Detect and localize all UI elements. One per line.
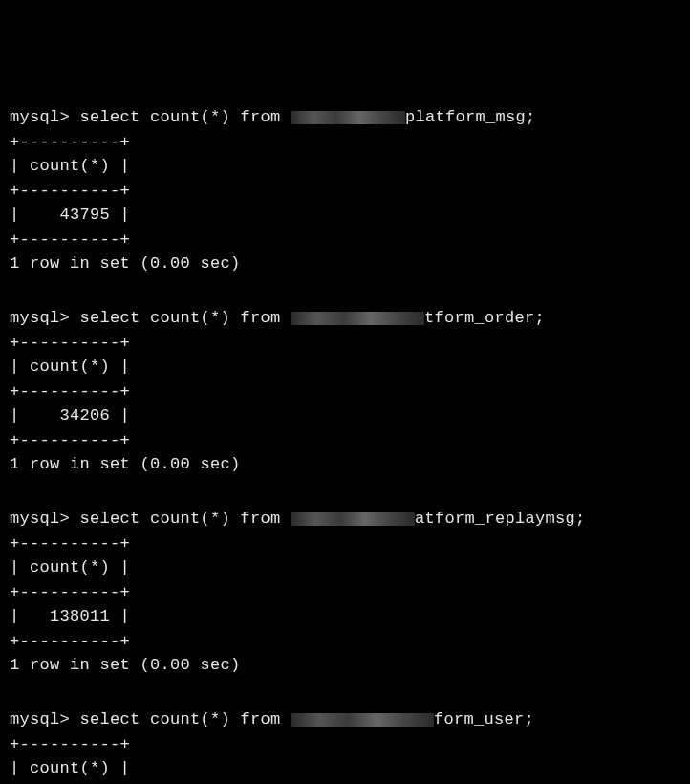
query-block: mysql> select count(*) from form_user;+-… (10, 708, 680, 784)
table-border: +----------+ (10, 781, 680, 785)
sql-text: select count(*) from (80, 710, 291, 729)
blank-line (10, 477, 680, 502)
table-border: +----------+ (10, 331, 680, 356)
table-header: | count(*) | (10, 756, 680, 781)
table-value: | 138011 | (10, 604, 680, 629)
mysql-prompt: mysql> (10, 108, 80, 126)
sql-query-line: mysql> select count(*) from form_user; (10, 708, 680, 732)
table-border: +----------+ (10, 179, 680, 204)
sql-table-suffix: platform_msg; (405, 108, 536, 126)
mysql-prompt: mysql> (10, 309, 80, 327)
table-border: +----------+ (10, 532, 680, 556)
query-block: mysql> select count(*) from tform_order;… (10, 306, 680, 501)
table-border: +----------+ (10, 380, 680, 404)
sql-query-line: mysql> select count(*) from tform_order; (10, 306, 680, 331)
table-header: | count(*) | (10, 555, 680, 580)
terminal-output: mysql> select count(*) from platform_msg… (10, 105, 680, 784)
blank-line (10, 678, 680, 703)
table-border: +----------+ (10, 580, 680, 605)
redacted-table-name (291, 312, 424, 325)
sql-text: select count(*) from (80, 309, 291, 327)
blank-line (10, 276, 680, 301)
table-header: | count(*) | (10, 355, 680, 380)
table-border: +----------+ (10, 228, 680, 252)
redacted-table-name (291, 512, 415, 526)
mysql-prompt: mysql> (10, 510, 80, 528)
redacted-table-name (291, 111, 405, 124)
sql-text: select count(*) from (80, 108, 291, 126)
sql-query-line: mysql> select count(*) from platform_msg… (10, 105, 680, 130)
table-header: | count(*) | (10, 154, 680, 179)
query-block: mysql> select count(*) from platform_msg… (10, 105, 680, 300)
table-value: | 43795 | (10, 203, 680, 228)
mysql-prompt: mysql> (10, 710, 80, 729)
result-footer: 1 row in set (0.00 sec) (10, 251, 680, 276)
query-block: mysql> select count(*) from atform_repla… (10, 507, 680, 702)
result-footer: 1 row in set (0.00 sec) (10, 653, 680, 678)
redacted-table-name (291, 713, 434, 727)
table-border: +----------+ (10, 732, 680, 757)
table-border: +----------+ (10, 629, 680, 654)
sql-text: select count(*) from (80, 510, 291, 528)
table-value: | 34206 | (10, 403, 680, 428)
sql-table-suffix: form_user; (434, 710, 534, 729)
sql-query-line: mysql> select count(*) from atform_repla… (10, 507, 680, 532)
sql-table-suffix: tform_order; (424, 309, 545, 327)
table-border: +----------+ (10, 130, 680, 155)
result-footer: 1 row in set (0.00 sec) (10, 452, 680, 477)
table-border: +----------+ (10, 428, 680, 453)
sql-table-suffix: atform_replaymsg; (415, 510, 586, 528)
